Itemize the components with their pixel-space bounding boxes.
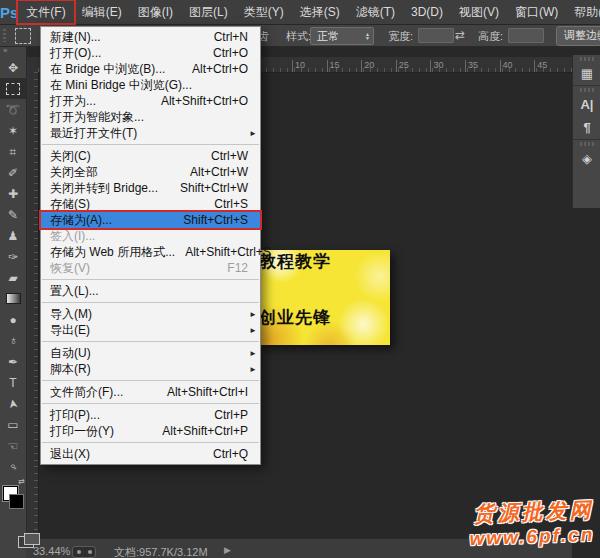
menubar-menu-item[interactable]: 窗口(W) <box>507 1 566 23</box>
menu-item-label: 存储(S) <box>50 196 90 213</box>
history-brush-tool-icon[interactable]: ✑ <box>0 246 26 267</box>
adjustments-panel-icon[interactable]: ▦ <box>573 62 600 85</box>
submenu-arrow-icon: ► <box>249 349 257 358</box>
blur-tool-icon[interactable]: ● <box>0 309 26 330</box>
3d-panel-icon[interactable]: ◈ <box>573 147 600 170</box>
file-menu-item[interactable]: 导入(M) ► <box>41 306 260 322</box>
swap-colors-icon[interactable]: ⇄ <box>18 477 25 486</box>
menu-separator <box>42 144 259 145</box>
submenu-arrow-icon: ► <box>249 129 257 138</box>
menu-item-label: 最近打开文件(T) <box>50 125 137 142</box>
menu-separator <box>42 302 259 303</box>
document-size-info: 文档:957.7K/3.12M <box>114 545 208 558</box>
move-tool-icon[interactable]: ✥ <box>0 57 26 78</box>
menubar-menu-item[interactable]: 选择(S) <box>292 1 348 23</box>
screen-mode-icon[interactable] <box>18 533 40 548</box>
eyedropper-tool-icon[interactable]: ✐ <box>0 162 26 183</box>
menubar-menu-item[interactable]: 图层(L) <box>181 1 236 23</box>
menu-separator <box>42 442 259 443</box>
file-menu-item[interactable]: 签入(I)... <box>41 228 260 244</box>
brush-tool-icon[interactable]: ✎ <box>0 204 26 225</box>
file-menu-item[interactable]: 关闭并转到 Bridge... Shift+Ctrl+W <box>41 180 260 196</box>
menu-item-label: 导出(E) <box>50 322 90 339</box>
file-menu-item[interactable]: 文件简介(F)... Alt+Shift+Ctrl+I <box>41 384 260 400</box>
file-menu-item[interactable]: 在 Mini Bridge 中浏览(G)... <box>41 77 260 93</box>
menubar-menu-item[interactable]: 文件(F) <box>18 1 73 23</box>
menubar-menu-item[interactable]: 视图(V) <box>451 1 507 23</box>
menubar-menu-item[interactable]: 滤镜(T) <box>348 1 403 23</box>
document-canvas[interactable]: 创业先锋教程教学 <box>257 250 390 345</box>
lasso-tool-icon[interactable]: ➰ <box>0 99 26 120</box>
tool-panel-collapse-icon[interactable]: » <box>0 46 26 57</box>
file-menu-item[interactable]: 打印一份(Y) Alt+Shift+Ctrl+P <box>41 423 260 439</box>
file-menu-item[interactable]: 关闭全部 Alt+Ctrl+W <box>41 164 260 180</box>
menubar-menu-item[interactable]: 图像(I) <box>130 1 181 23</box>
tool-preset-marquee-icon[interactable] <box>15 28 31 44</box>
ruler-tick-label: 10 <box>292 60 305 70</box>
marquee-tool-icon[interactable] <box>0 78 26 99</box>
magic-wand-tool-icon[interactable]: ✶ <box>0 120 26 141</box>
dodge-tool-icon[interactable]: ♀ <box>0 330 26 351</box>
zoom-tool-icon[interactable]: ♀ <box>0 456 26 477</box>
menu-item-shortcut: Alt+Shift+Ctrl+O <box>151 94 248 108</box>
file-menu-item[interactable]: 新建(N)... Ctrl+N <box>41 29 260 45</box>
menu-item-label: 在 Bridge 中浏览(B)... <box>50 61 165 78</box>
ruler-tick-label: 15 <box>327 60 340 70</box>
hand-tool-icon[interactable]: ☜ <box>0 435 26 456</box>
dock-grip[interactable] <box>580 142 594 146</box>
pen-tool-icon[interactable]: ✒ <box>0 351 26 372</box>
menu-item-shortcut: Ctrl+W <box>201 149 248 163</box>
clone-stamp-tool-icon[interactable]: ♟ <box>0 225 26 246</box>
file-menu-item[interactable]: 脚本(R) ► <box>41 361 260 377</box>
file-menu-item[interactable]: 在 Bridge 中浏览(B)... Alt+Ctrl+O <box>41 61 260 77</box>
menu-item-label: 新建(N)... <box>50 29 101 46</box>
file-menu-item[interactable]: 打开(O)... Ctrl+O <box>41 45 260 61</box>
height-input[interactable] <box>508 28 544 43</box>
file-menu-item[interactable]: 导出(E) ► <box>41 322 260 338</box>
gradient-tool-icon[interactable] <box>0 288 26 309</box>
submenu-arrow-icon: ► <box>249 326 257 335</box>
dock-grip[interactable] <box>580 88 594 92</box>
file-menu-item[interactable]: 恢复(V) F12 <box>41 260 260 276</box>
character-panel-icon[interactable]: A| <box>573 93 600 116</box>
file-menu-item[interactable]: 存储(S) Ctrl+S <box>41 196 260 212</box>
file-menu-item[interactable]: 关闭(C) Ctrl+W <box>41 148 260 164</box>
color-swatches[interactable]: ⇄ <box>0 479 26 513</box>
type-tool-icon[interactable]: T <box>0 372 26 393</box>
file-menu-item[interactable]: 退出(X) Ctrl+Q <box>41 446 260 462</box>
menubar-menu-item[interactable]: 3D(D) <box>403 1 451 23</box>
width-input[interactable] <box>418 28 454 43</box>
paragraph-panel-icon[interactable]: ¶ <box>573 116 600 139</box>
healing-brush-tool-icon[interactable]: ✚ <box>0 183 26 204</box>
status-options-arrow-icon[interactable]: ▶ <box>224 545 231 555</box>
path-select-tool-icon[interactable]: ➤ <box>0 393 26 414</box>
refine-edge-button[interactable]: 调整边缘 <box>556 26 600 46</box>
ruler-tick-label: 25 <box>396 60 409 70</box>
menu-separator <box>42 279 259 280</box>
file-menu-item[interactable]: 打印(P)... Ctrl+P <box>41 407 260 423</box>
dock-grip[interactable] <box>580 57 594 61</box>
crop-tool-icon[interactable]: ⌗ <box>0 141 26 162</box>
menu-item-label: 导入(M) <box>50 306 92 323</box>
shape-tool-icon[interactable]: ▭ <box>0 414 26 435</box>
menu-item-shortcut: Alt+Shift+Ctrl+S <box>175 245 271 259</box>
file-menu-item[interactable]: 打开为... Alt+Shift+Ctrl+O <box>41 93 260 109</box>
file-menu-item[interactable]: 自动(U) ► <box>41 345 260 361</box>
file-menu-item[interactable]: 存储为 Web 所用格式... Alt+Shift+Ctrl+S <box>41 244 260 260</box>
vertical-ruler[interactable] <box>26 72 39 538</box>
file-menu-item[interactable]: 存储为(A)... Shift+Ctrl+S <box>41 212 260 228</box>
menubar-menu-item[interactable]: 编辑(E) <box>74 1 130 23</box>
menu-item-shortcut: Alt+Ctrl+W <box>180 165 248 179</box>
menubar-menu-item[interactable]: 类型(Y) <box>236 1 292 23</box>
file-menu-dropdown: 新建(N)... Ctrl+N 打开(O)... Ctrl+O 在 Bridge… <box>40 26 261 465</box>
background-color-swatch[interactable] <box>9 494 24 509</box>
swap-dimensions-icon[interactable]: ⇄ <box>455 28 465 42</box>
eraser-tool-icon[interactable]: ▰ <box>0 267 26 288</box>
menubar-menu-item[interactable]: 帮助(H) <box>566 1 600 23</box>
file-menu-item[interactable]: 打开为智能对象... <box>41 109 260 125</box>
file-menu-item[interactable]: 置入(L)... <box>41 283 260 299</box>
status-scrubber-icon[interactable] <box>72 546 96 558</box>
style-select[interactable]: 正常 ▲▼ <box>310 27 374 45</box>
submenu-arrow-icon: ► <box>249 365 257 374</box>
file-menu-item[interactable]: 最近打开文件(T) ► <box>41 125 260 141</box>
